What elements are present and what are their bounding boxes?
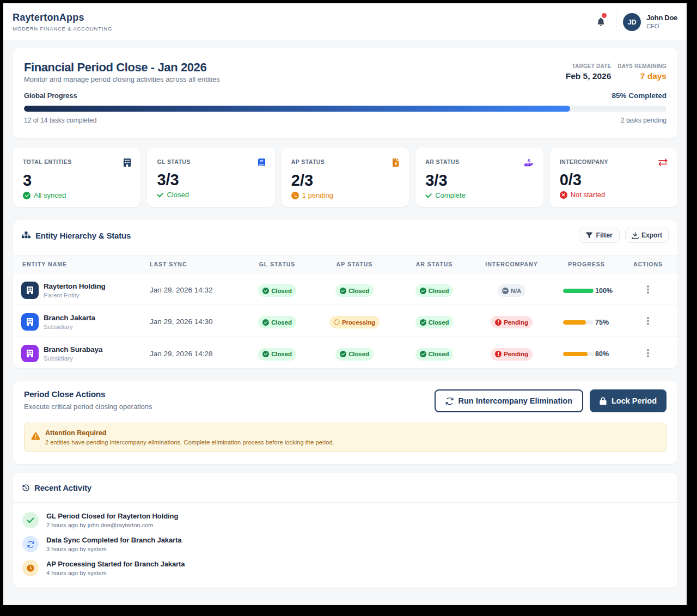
svg-text:$: $	[527, 158, 530, 163]
